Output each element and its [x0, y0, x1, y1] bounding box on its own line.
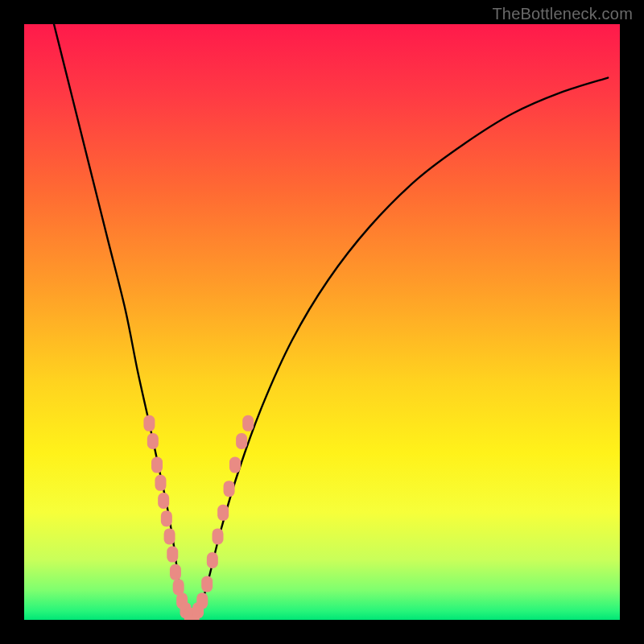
- scatter-dot: [242, 415, 254, 431]
- scatter-dot: [196, 592, 208, 609]
- scatter-dot: [151, 457, 163, 473]
- bottleneck-curve: [54, 24, 608, 617]
- scatter-dot: [217, 505, 229, 521]
- scatter-dot: [158, 493, 169, 509]
- scatter-dot: [224, 481, 235, 497]
- scatter-dot: [170, 564, 181, 580]
- scatter-dots: [143, 415, 254, 620]
- scatter-dot: [213, 528, 224, 544]
- scatter-dot: [207, 552, 218, 568]
- scatter-dot: [143, 415, 155, 431]
- scatter-dot: [167, 547, 178, 563]
- scatter-dot: [161, 510, 172, 526]
- scatter-dot: [201, 576, 213, 592]
- scatter-dot: [147, 433, 159, 449]
- scatter-dot: [155, 475, 166, 491]
- chart-svg: [24, 24, 620, 620]
- scatter-dot: [236, 433, 247, 449]
- chart-frame: TheBottleneck.com: [0, 0, 644, 644]
- scatter-dot: [164, 528, 175, 544]
- scatter-dot: [229, 457, 241, 473]
- plot-area: [24, 24, 620, 620]
- watermark-text: TheBottleneck.com: [492, 5, 633, 23]
- scatter-dot: [173, 579, 184, 595]
